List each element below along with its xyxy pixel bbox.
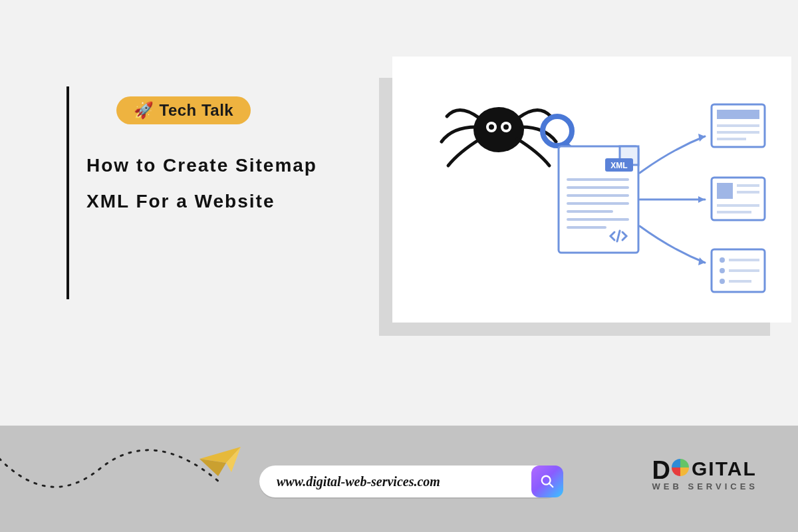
search-icon	[540, 474, 555, 489]
svg-point-3	[489, 124, 494, 130]
svg-point-38	[720, 279, 725, 284]
svg-rect-28	[717, 183, 733, 199]
brand-swirl-icon	[672, 459, 689, 476]
brand-first-letter: D	[652, 460, 670, 480]
paper-plane-icon	[200, 446, 246, 479]
category-badge: 🚀 Tech Talk	[116, 96, 251, 124]
svg-point-36	[720, 268, 725, 273]
brand-rest: GITAL	[692, 458, 757, 480]
svg-line-44	[549, 483, 553, 487]
brand-logo: D GITAL WEB SERVICES	[652, 458, 758, 491]
url-bar: www.digital-web-services.com	[259, 466, 562, 497]
illustration-card: XML	[392, 57, 791, 323]
headline-line-1: How to Create Sitemap	[86, 155, 352, 176]
hero-panel: 🚀 Tech Talk How to Create Sitemap XML Fo…	[0, 0, 798, 426]
vertical-divider	[66, 86, 69, 299]
headline: How to Create Sitemap XML For a Website	[86, 143, 352, 227]
search-button[interactable]	[531, 466, 563, 497]
svg-point-34	[720, 257, 725, 263]
svg-marker-20	[698, 196, 705, 203]
svg-point-4	[503, 124, 509, 130]
badge-label: Tech Talk	[160, 101, 234, 120]
rocket-icon: 🚀	[134, 101, 154, 120]
sitemap-illustration: XML	[392, 57, 791, 323]
headline-line-2: XML For a Website	[86, 191, 352, 212]
svg-rect-23	[717, 110, 759, 119]
footer-bar: www.digital-web-services.com D GITAL WEB…	[0, 426, 798, 532]
site-url: www.digital-web-services.com	[277, 474, 531, 489]
svg-point-0	[473, 107, 524, 152]
svg-text:XML: XML	[610, 161, 627, 170]
